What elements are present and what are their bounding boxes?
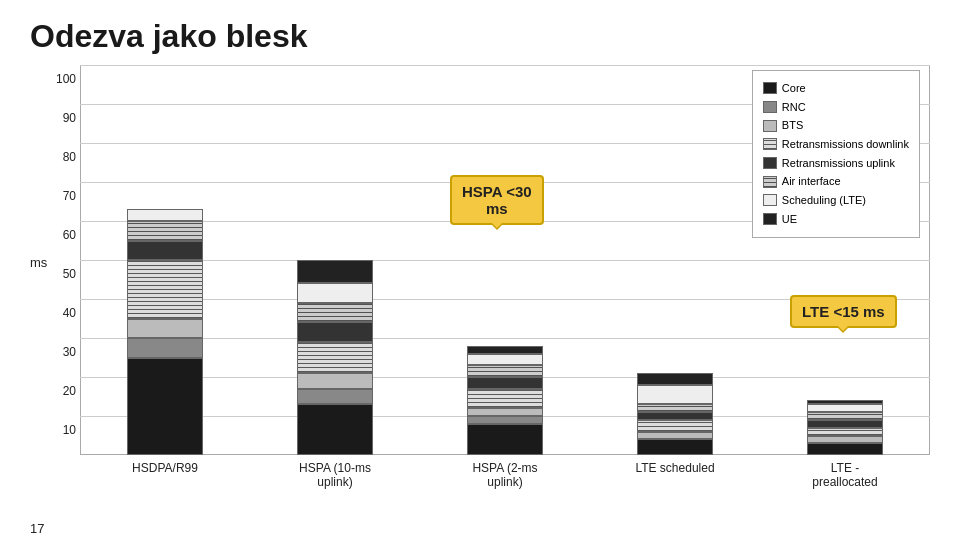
y-axis-label: ms: [30, 255, 47, 270]
legend-swatch: [763, 176, 777, 188]
page-number: 17: [30, 521, 44, 536]
chart-area: ms 102030405060708090100 HSDPA/R99HSPA (…: [30, 65, 930, 495]
legend-item: Scheduling (LTE): [763, 191, 909, 210]
legend-label: BTS: [782, 116, 803, 135]
legend-swatch: [763, 101, 777, 113]
legend-swatch: [763, 82, 777, 94]
bar-segment-bts: [127, 319, 204, 339]
bar-segment-core: [467, 424, 544, 455]
bar-segment-core: [807, 443, 884, 455]
legend-swatch: [763, 157, 777, 169]
bar-segment-retransmissions-downlink: [467, 389, 544, 409]
y-tick-label: 60: [63, 228, 76, 242]
legend-label: Core: [782, 79, 806, 98]
bar-segment-ue: [637, 373, 714, 385]
y-tick-label: 90: [63, 111, 76, 125]
y-tick-label: 80: [63, 150, 76, 164]
y-tick-label: 30: [63, 345, 76, 359]
bar-segment-scheduling-lte: [467, 354, 544, 366]
bar-group: [807, 400, 884, 455]
page-title: Odezva jako blesk: [0, 0, 960, 55]
bar-segment-ue: [297, 260, 374, 283]
bar-segment-retransmissions-downlink: [637, 420, 714, 432]
y-tick-label: 50: [63, 267, 76, 281]
y-tick-label: 10: [63, 423, 76, 437]
bar-segment-retransmissions-downlink: [807, 428, 884, 436]
bar-group: [297, 260, 374, 455]
bar-segment-retransmissions-uplink: [297, 322, 374, 342]
bar-segment-scheduling-lte: [637, 385, 714, 405]
legend-item: Retransmissions uplink: [763, 154, 909, 173]
bar-segment-air-interface: [807, 412, 884, 420]
bar-segment-rnc: [467, 416, 544, 424]
bar-segment-retransmissions-downlink: [127, 260, 204, 319]
legend-item: BTS: [763, 116, 909, 135]
bar-segment-bts: [297, 373, 374, 389]
legend-label: Retransmissions uplink: [782, 154, 895, 173]
bar-segment-scheduling-lte: [297, 283, 374, 303]
bar-segment-rnc: [297, 389, 374, 405]
x-axis-labels: HSDPA/R99HSPA (10-msuplink)HSPA (2-msupl…: [80, 455, 930, 505]
legend-label: Scheduling (LTE): [782, 191, 866, 210]
legend-label: Retransmissions downlink: [782, 135, 909, 154]
bar-segment-air-interface: [297, 303, 374, 323]
bar-segment-ue: [467, 346, 544, 354]
grid-line: [80, 338, 930, 339]
legend-swatch: [763, 120, 777, 132]
bar-segment-scheduling-lte: [807, 404, 884, 412]
chart-legend: CoreRNCBTSRetransmissions downlinkRetran…: [752, 70, 920, 238]
y-tick-label: 20: [63, 384, 76, 398]
bar-segment-retransmissions-downlink: [297, 342, 374, 373]
x-axis-label: HSPA (10-msuplink): [250, 455, 420, 505]
legend-item: RNC: [763, 98, 909, 117]
x-axis-label: HSPA (2-msuplink): [420, 455, 590, 505]
legend-item: Air interface: [763, 172, 909, 191]
x-axis-label: LTE -preallocated: [760, 455, 930, 505]
bar-segment-retransmissions-uplink: [467, 377, 544, 389]
grid-line: [80, 260, 930, 261]
bar-segment-bts: [467, 408, 544, 416]
legend-label: RNC: [782, 98, 806, 117]
bar-group: [637, 373, 714, 455]
legend-item: UE: [763, 210, 909, 229]
bar-segment-air-interface: [467, 365, 544, 377]
legend-item: Core: [763, 79, 909, 98]
legend-item: Retransmissions downlink: [763, 135, 909, 154]
bar-segment-retransmissions-uplink: [127, 241, 204, 261]
callout-hspa: HSPA <30ms: [450, 175, 544, 225]
callout-lte: LTE <15 ms: [790, 295, 897, 328]
legend-swatch: [763, 138, 777, 150]
legend-swatch: [763, 194, 777, 206]
legend-swatch: [763, 213, 777, 225]
bar-segment-bts: [637, 432, 714, 440]
bar-segment-core: [127, 358, 204, 456]
bar-segment-air-interface: [637, 404, 714, 412]
bar-segment-retransmissions-uplink: [807, 420, 884, 428]
bar-group: [467, 346, 544, 455]
bar-segment-bts: [807, 436, 884, 444]
legend-label: Air interface: [782, 172, 841, 191]
bar-segment-scheduling-lte: [127, 209, 204, 221]
bar-segment-retransmissions-uplink: [637, 412, 714, 420]
bar-segment-rnc: [127, 338, 204, 358]
bar-segment-air-interface: [127, 221, 204, 241]
legend-label: UE: [782, 210, 797, 229]
y-tick-label: 70: [63, 189, 76, 203]
bar-segment-core: [637, 439, 714, 455]
y-tick-label: 100: [56, 72, 76, 86]
bar-group: [127, 209, 204, 455]
y-tick-label: 40: [63, 306, 76, 320]
bar-segment-core: [297, 404, 374, 455]
x-axis-label: HSDPA/R99: [80, 455, 250, 505]
grid-line: [80, 65, 930, 66]
x-axis-label: LTE scheduled: [590, 455, 760, 505]
